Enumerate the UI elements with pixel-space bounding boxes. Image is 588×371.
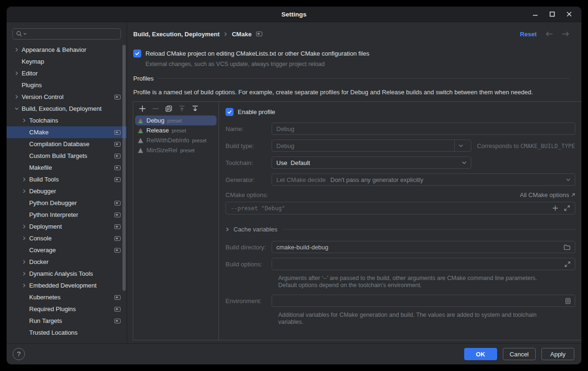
profile-item-debug[interactable]: Debugpreset [135,115,217,125]
sidebar-item-kubernetes[interactable]: Kubernetes [7,291,127,303]
move-up-button[interactable] [178,105,186,113]
sidebar-item-python-debugger[interactable]: Python Debugger [7,197,127,209]
expand-button[interactable] [564,261,571,267]
sidebar-item-label: Toolchains [29,117,58,124]
sidebar-item-run-targets[interactable]: Run Targets [7,315,127,327]
sidebar-item-trusted-locations[interactable]: Trusted Locations [7,327,127,338]
tree-chevron-right[interactable] [15,48,22,52]
generator-select[interactable]: Let CMake decide Don't pass any generato… [272,173,575,186]
search-history-chevron-icon[interactable] [24,33,26,35]
sidebar-item-toolchains[interactable]: Toolchains [7,115,127,126]
profile-item-release[interactable]: Releasepreset [135,125,217,135]
chevron-right-icon [22,118,26,123]
sidebar-item-cmake[interactable]: CMake [7,126,127,138]
add-profile-button[interactable] [138,105,146,113]
profiles-section-header: Profiles [133,74,581,82]
back-button[interactable] [545,31,553,37]
screen-reader-icon [114,248,121,253]
tree-chevron-right[interactable] [22,118,29,123]
sidebar-item-required-plugins[interactable]: Required Plugins [7,303,127,315]
cancel-button[interactable]: Cancel [503,348,536,360]
tree-chevron-right[interactable] [15,71,22,75]
breadcrumb-parent[interactable]: Build, Execution, Deployment [133,31,219,38]
build-options-label: Build options: [226,261,272,268]
maximize-button[interactable] [544,7,561,22]
build-options-input[interactable] [272,258,575,270]
cache-variables-section[interactable]: Cache variables [226,225,575,233]
screen-reader-icon [114,154,121,158]
tree-chevron-down[interactable] [15,107,22,111]
sidebar-item-deployment[interactable]: Deployment [7,221,127,232]
profile-name: Debug [146,117,164,124]
move-down-button[interactable] [191,105,199,113]
sidebar-item-embedded-development[interactable]: Embedded Development [7,280,127,291]
sidebar-item-appearance-behavior[interactable]: Appearance & Behavior [7,44,127,56]
add-option-icon[interactable] [552,205,558,211]
all-cmake-options-link[interactable]: All CMake options [520,191,575,198]
build-type-select[interactable]: Debug [272,140,471,152]
help-button[interactable]: ? [13,348,25,360]
tree-chevron-right[interactable] [22,283,29,288]
tree-chevron-right[interactable] [22,224,29,229]
sidebar-item-version-control[interactable]: Version Control [7,91,127,103]
tree-chevron-right[interactable] [22,236,29,240]
copy-profile-button[interactable] [165,105,173,113]
sidebar-item-debugger[interactable]: Debugger [7,185,127,197]
browse-variables-button[interactable] [565,298,571,304]
tree-chevron-right[interactable] [22,177,29,181]
build-directory-input[interactable]: cmake-build-debug [272,241,575,253]
sidebar-item-editor[interactable]: Editor [7,67,127,79]
settings-content: Build, Execution, Deployment CMake Reset [127,22,581,343]
sidebar-scrollbar[interactable] [122,45,126,291]
sidebar-item-label: Version Control [22,93,64,100]
build-directory-row: Build directory: cmake-build-debug [226,241,575,253]
screen-reader-icon [114,177,121,182]
cmake-options-input[interactable]: --preset "Debug" [226,202,575,214]
profile-preset-badge: preset [180,147,195,153]
sidebar-item-docker[interactable]: Docker [7,256,127,268]
close-button[interactable] [561,7,578,22]
browse-folder-button[interactable] [564,244,571,250]
sidebar-item-build-tools[interactable]: Build Tools [7,173,127,185]
toolchain-select[interactable]: Use Default [272,157,471,169]
enable-profile-label[interactable]: Enable profile [238,108,275,115]
tree-chevron-right[interactable] [22,272,29,276]
cmake-profile-disabled-icon [137,148,144,153]
sidebar-item-plugins[interactable]: Plugins [7,79,127,91]
expand-icon[interactable] [564,205,570,211]
sidebar-item-coverage[interactable]: Coverage [7,244,127,256]
environment-input[interactable] [272,295,575,307]
enable-profile-checkbox[interactable] [226,108,234,116]
sidebar-item-python-interpreter[interactable]: Python Interpreter [7,209,127,221]
build-directory-label: Build directory: [226,244,272,251]
sidebar-item-compilation-database[interactable]: Compilation Database [7,138,127,150]
reload-checkbox[interactable] [133,49,141,58]
sidebar-item-makefile[interactable]: Makefile [7,162,127,173]
profile-item-relwithdebinfo[interactable]: RelWithDebInfopreset [135,135,217,145]
remove-profile-button[interactable] [152,105,160,113]
titlebar[interactable]: Settings [7,7,581,22]
sidebar-item-console[interactable]: Console [7,232,127,244]
profiles-list: DebugpresetReleasepresetRelWithDebInfopr… [133,115,218,156]
sidebar-item-keymap[interactable]: Keymap [7,56,127,67]
sidebar-item-custom-build-targets[interactable]: Custom Build Targets [7,150,127,162]
screen-reader-icon [114,224,121,229]
minimize-button[interactable] [527,7,544,22]
settings-search-input[interactable] [12,28,121,40]
ok-button[interactable]: OK [464,348,497,360]
reload-checkbox-label[interactable]: Reload CMake project on editing CMakeLis… [145,50,369,57]
cmake-options-header: CMake options: All CMake options [226,190,575,199]
profile-item-minsizerel[interactable]: MinSizeRelpreset [135,145,217,155]
expand-icon [564,261,571,267]
screen-reader-icon [114,95,121,99]
forward-button[interactable] [562,31,570,37]
name-input[interactable]: Debug [272,123,575,135]
tree-chevron-right[interactable] [22,260,29,264]
apply-button[interactable]: Apply [541,348,574,360]
cmake-build-type-var: CMAKE_BUILD_TYPE [521,143,575,149]
reset-link[interactable]: Reset [520,31,537,38]
sidebar-item-dynamic-analysis-tools[interactable]: Dynamic Analysis Tools [7,268,127,280]
sidebar-item-build-execution-deployment[interactable]: Build, Execution, Deployment [7,103,127,115]
tree-chevron-right[interactable] [22,189,29,193]
tree-chevron-right[interactable] [15,95,22,99]
